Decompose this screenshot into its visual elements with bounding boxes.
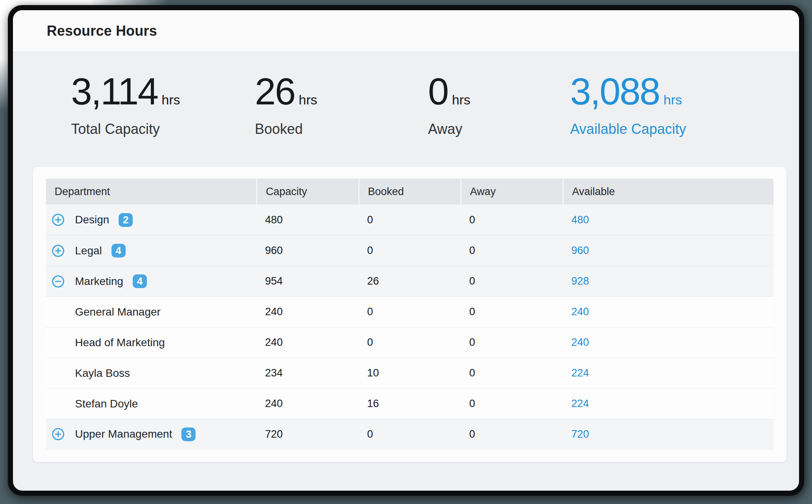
name-cell: Upper Management3 [46,427,256,441]
stat-label: Booked [255,121,428,137]
away-value: 0 [461,428,563,440]
member-row-kayla-boss: Kayla Boss234100224 [46,358,774,388]
resource-table: DepartmentCapacityBookedAwayAvailable De… [46,179,774,449]
name-cell: Head of Marketing [46,336,256,349]
booked-value: 16 [358,398,461,410]
column-header-available: Available [563,179,774,205]
stat-value-row: 3,114hrs [71,72,255,111]
expand-plus-icon[interactable] [52,245,64,257]
booked-value: 26 [358,275,461,287]
member-count-badge: 3 [181,427,196,441]
member-count-badge: 4 [133,274,147,288]
stat-unit: hrs [452,92,470,108]
stat-label: Total Capacity [71,121,255,137]
department-name: Upper Management [75,428,172,440]
name-cell: Stefan Doyle [46,398,256,410]
column-header-label: Available [572,186,615,198]
member-count-badge: 4 [112,244,126,257]
capacity-value: 960 [256,245,358,257]
capacity-value: 954 [256,275,358,287]
page-title: Resource Hours [47,23,157,39]
stat-away: 0hrsAway [428,72,570,137]
department-name: Legal [75,245,102,257]
away-value: 0 [461,245,563,257]
resource-table-card: DepartmentCapacityBookedAwayAvailable De… [33,167,786,462]
column-header-label: Away [470,186,496,198]
member-count-badge: 2 [119,213,133,227]
resource-hours-window: Resource Hours 3,114hrsTotal Capacity26h… [13,10,799,491]
stat-value-row: 0hrs [428,72,570,111]
available-value[interactable]: 224 [563,398,774,410]
stat-value: 3,114 [71,72,158,111]
capacity-value: 234 [256,367,358,379]
available-value[interactable]: 240 [563,336,774,349]
expand-plus-icon[interactable] [52,214,64,226]
stat-unit: hrs [299,92,317,108]
member-name: Head of Marketing [75,336,165,349]
member-name: Stefan Doyle [75,398,138,410]
column-header-department: Department [46,179,256,205]
member-name: General Manager [75,306,161,318]
collapse-minus-icon[interactable] [52,275,64,288]
column-header-booked: Booked [358,179,461,205]
booked-value: 0 [358,245,461,257]
name-cell: General Manager [46,306,256,318]
booked-value: 0 [358,428,461,440]
away-value: 0 [461,336,563,349]
stat-available-capacity: 3,088hrsAvailable Capacity [570,72,686,137]
column-header-label: Department [55,186,110,198]
available-value[interactable]: 240 [563,306,774,318]
table-header-row: DepartmentCapacityBookedAwayAvailable [46,179,774,205]
department-row-design[interactable]: Design248000480 [46,205,774,235]
away-value: 0 [461,275,563,287]
department-row-marketing[interactable]: Marketing4954260928 [46,266,774,296]
expand-plus-icon[interactable] [52,428,64,440]
stat-label: Away [428,121,570,137]
stat-unit: hrs [162,92,180,108]
booked-value: 10 [358,367,461,379]
table-body: Design248000480Legal496000960Marketing49… [46,205,774,449]
column-header-capacity: Capacity [256,179,358,205]
stat-total-capacity: 3,114hrsTotal Capacity [71,72,255,137]
window-header: Resource Hours [13,10,799,52]
booked-value: 0 [358,214,461,226]
available-value[interactable]: 960 [563,245,774,257]
stats-row: 3,114hrsTotal Capacity26hrsBooked0hrsAwa… [71,72,686,137]
available-value[interactable]: 224 [563,367,774,379]
capacity-value: 240 [256,398,358,410]
department-row-legal[interactable]: Legal496000960 [46,235,774,266]
booked-value: 0 [358,306,461,318]
stat-booked: 26hrsBooked [255,72,428,137]
capacity-value: 240 [256,336,358,349]
name-cell: Design2 [46,213,256,227]
stat-value: 3,088 [570,72,660,111]
capacity-value: 480 [256,214,358,226]
column-header-label: Booked [368,186,404,198]
stat-value: 26 [255,72,295,111]
column-header-label: Capacity [266,186,307,198]
stat-value: 0 [428,72,448,111]
available-value[interactable]: 480 [563,214,774,226]
name-cell: Kayla Boss [46,367,256,380]
window-body: 3,114hrsTotal Capacity26hrsBooked0hrsAwa… [13,52,799,491]
capacity-value: 720 [256,428,358,440]
window-frame: Resource Hours 3,114hrsTotal Capacity26h… [8,5,804,496]
member-name: Kayla Boss [75,367,130,380]
away-value: 0 [461,214,563,226]
stat-label: Available Capacity [570,121,686,137]
away-value: 0 [461,306,563,318]
member-row-head-of-marketing: Head of Marketing24000240 [46,327,774,358]
available-value[interactable]: 928 [563,275,774,287]
booked-value: 0 [358,336,461,349]
department-row-upper-management[interactable]: Upper Management372000720 [46,419,774,449]
available-value[interactable]: 720 [563,428,774,440]
away-value: 0 [461,398,563,410]
column-header-away: Away [461,179,563,205]
name-cell: Legal4 [46,244,256,257]
stat-value-row: 26hrs [255,72,428,111]
member-row-general-manager: General Manager24000240 [46,296,774,327]
department-name: Design [75,214,109,226]
away-value: 0 [461,367,563,379]
stat-unit: hrs [664,92,682,108]
capacity-value: 240 [256,306,358,318]
